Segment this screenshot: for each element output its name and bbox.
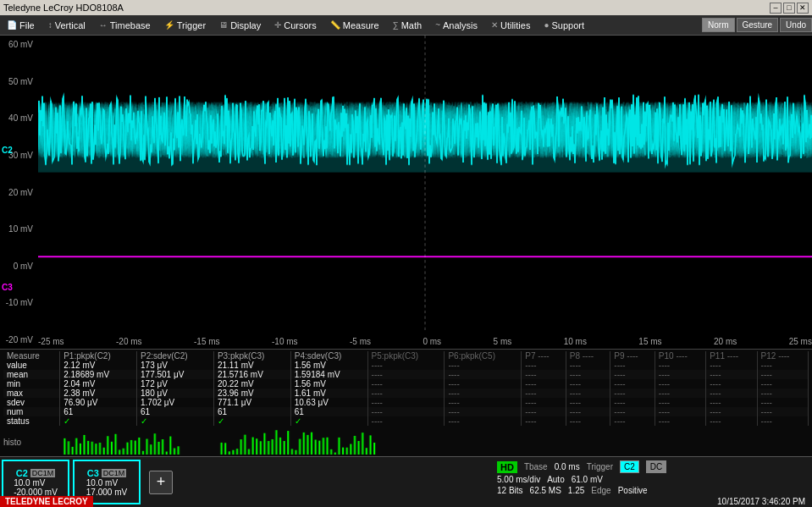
meas-p7: ----	[522, 389, 566, 398]
histogram-label: histo	[3, 438, 21, 447]
cursors-icon: ✛	[274, 20, 281, 30]
menu-display[interactable]: 🖥 Display	[213, 18, 268, 33]
menu-analysis[interactable]: ~ Analysis	[428, 18, 484, 33]
add-channel-button[interactable]: +	[149, 471, 173, 494]
menu-measure[interactable]: 📏 Measure	[323, 18, 386, 33]
main-content: 60 mV 50 mV 40 mV 30 mV 20 mV 10 mV 0 mV…	[0, 36, 812, 507]
trigger-ch-button[interactable]: C2	[620, 460, 639, 473]
close-button[interactable]: ✕	[797, 3, 809, 14]
vertical-icon: ↕	[48, 20, 52, 30]
meas-p12: ----	[757, 407, 808, 416]
col-p5[interactable]: P5:pkpk(C3)	[367, 351, 445, 361]
analysis-icon: ~	[435, 20, 440, 30]
x-label-neg25: -25 ms	[38, 337, 64, 347]
col-p4[interactable]: P4:sdev(C3)	[290, 351, 367, 361]
meas-p4: ✓	[290, 416, 367, 426]
meas-p6: ----	[445, 416, 522, 426]
col-p7[interactable]: P7 ----	[522, 351, 566, 361]
datetime-value: 10/15/2017 3:46:20 PM	[717, 497, 805, 506]
meas-p5: ----	[367, 398, 445, 407]
meas-p1: 61	[60, 407, 137, 416]
y-label-10: 10 mV	[2, 224, 36, 234]
meas-p3: 771.1 μV	[213, 398, 290, 407]
meas-p1: 2.38 mV	[60, 389, 137, 398]
col-p1[interactable]: P1:pkpk(C2)	[60, 351, 137, 361]
title-bar: Teledyne LeCroy HDO8108A – □ ✕	[0, 0, 812, 15]
menu-timebase[interactable]: ↔ Timebase	[92, 18, 157, 33]
meas-p2: 61	[137, 407, 214, 416]
meas-label: max	[3, 389, 60, 398]
meas-p1: 2.12 mV	[60, 361, 137, 370]
meas-p9: ----	[610, 398, 655, 407]
c2-dc-badge: DC1M	[30, 469, 56, 477]
meas-p5: ----	[367, 416, 445, 426]
minimize-button[interactable]: –	[770, 3, 782, 14]
tbase-value: 0.0 ms	[555, 462, 580, 471]
menu-math[interactable]: ∑ Math	[386, 18, 429, 33]
tbase-label: Tbase	[524, 462, 548, 471]
meas-p7: ----	[522, 416, 566, 426]
meas-p2: 172 μV	[137, 379, 214, 389]
c3-dc-badge: DC1M	[102, 469, 127, 477]
meas-p4: 1.56 mV	[290, 361, 367, 370]
meas-label: num	[3, 407, 60, 416]
col-p10[interactable]: P10 ----	[655, 351, 705, 361]
meas-p10: ----	[655, 407, 705, 416]
maximize-button[interactable]: □	[783, 3, 795, 14]
y-label-neg10: -10 mV	[2, 298, 36, 307]
meas-p10: ----	[655, 361, 705, 370]
edge-label: Edge	[591, 486, 610, 495]
meas-p7: ----	[522, 370, 566, 379]
record-len-value: 61.0 mV	[572, 475, 603, 484]
sample-rate: 62.5 MS	[530, 486, 561, 495]
meas-p7: ----	[522, 398, 566, 407]
meas-label: min	[3, 379, 60, 389]
status-row-3: 12 Bits 62.5 MS 1.25 Edge Positive	[497, 486, 805, 495]
col-p8[interactable]: P8 ----	[566, 351, 610, 361]
meas-p11: ----	[706, 370, 757, 379]
top-right-controls: Norm Gesture Undo	[702, 18, 812, 32]
meas-p12: ----	[757, 361, 808, 370]
status-row-2: 5.00 ms/div Auto 61.0 mV	[497, 475, 805, 484]
meas-label: mean	[3, 370, 60, 379]
menu-support[interactable]: ● Support	[537, 18, 591, 33]
col-p11[interactable]: P11 ----	[706, 351, 757, 361]
meas-p3: 61	[213, 407, 290, 416]
c3-badge: C3	[87, 468, 99, 478]
histogram-panel: histo	[0, 427, 812, 456]
meas-p1: ✓	[60, 416, 137, 426]
meas-p11: ----	[706, 389, 757, 398]
meas-p3: 20.22 mV	[213, 379, 290, 389]
meas-label: sdev	[3, 398, 60, 407]
meas-p12: ----	[757, 379, 808, 389]
c2-values: 10.0 mV -20.000 mV	[14, 478, 58, 497]
window-controls: – □ ✕	[770, 3, 809, 14]
x-label-10: 10 ms	[564, 337, 587, 347]
col-p2[interactable]: P2:sdev(C2)	[137, 351, 214, 361]
trigger-coupling-button[interactable]: DC	[646, 460, 666, 473]
timebase-icon: ↔	[99, 20, 108, 30]
menu-cursors[interactable]: ✛ Cursors	[268, 18, 323, 33]
menu-bar: 📄 File ↕ Vertical ↔ Timebase ⚡ Trigger 🖥…	[0, 15, 812, 36]
menu-file[interactable]: 📄 File	[0, 18, 41, 33]
col-p3[interactable]: P3:pkpk(C3)	[213, 351, 290, 361]
col-p9[interactable]: P9 ----	[610, 351, 655, 361]
measurements-header-row: Measure P1:pkpk(C2) P2:sdev(C2) P3:pkpk(…	[3, 351, 809, 361]
col-p6[interactable]: P6:pkpk(C5)	[445, 351, 522, 361]
table-row: num61616161-----------------------------…	[3, 407, 809, 416]
meas-label: status	[3, 416, 60, 426]
gesture-button[interactable]: Gesture	[737, 18, 779, 32]
meas-p9: ----	[610, 416, 655, 426]
x-label-0: 0 ms	[423, 337, 441, 347]
col-p12[interactable]: P12 ----	[757, 351, 808, 361]
meas-p11: ----	[706, 407, 757, 416]
meas-p6: ----	[445, 389, 522, 398]
x-label-neg15: -15 ms	[194, 337, 220, 347]
menu-utilities[interactable]: ✕ Utilities	[484, 18, 537, 33]
scope-display[interactable]: 60 mV 50 mV 40 mV 30 mV 20 mV 10 mV 0 mV…	[0, 36, 812, 349]
norm-button[interactable]: Norm	[702, 18, 734, 32]
undo-button[interactable]: Undo	[780, 18, 812, 32]
support-icon: ●	[544, 20, 549, 30]
menu-vertical[interactable]: ↕ Vertical	[41, 18, 92, 33]
menu-trigger[interactable]: ⚡ Trigger	[157, 18, 213, 33]
